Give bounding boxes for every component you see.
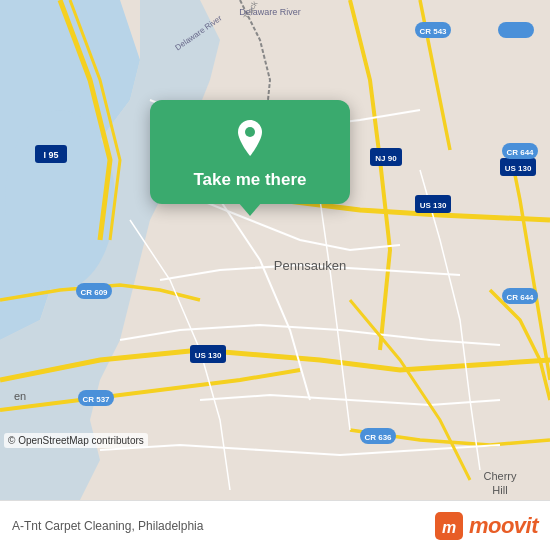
svg-text:Cherry: Cherry bbox=[483, 470, 517, 482]
svg-text:CR 537: CR 537 bbox=[82, 395, 110, 404]
svg-text:US 130: US 130 bbox=[195, 351, 222, 360]
svg-text:en: en bbox=[14, 390, 26, 402]
moovit-icon: m bbox=[435, 512, 463, 540]
location-pin-icon bbox=[228, 116, 272, 160]
svg-rect-16 bbox=[498, 22, 534, 38]
svg-text:CR 543: CR 543 bbox=[419, 27, 447, 36]
svg-text:NJ 90: NJ 90 bbox=[375, 154, 397, 163]
svg-text:CR 636: CR 636 bbox=[364, 433, 392, 442]
map-container: I 95 US 130 US 130 NJ 90 US 130 CR 543 C… bbox=[0, 0, 550, 500]
svg-text:CR 644: CR 644 bbox=[506, 293, 534, 302]
svg-text:Hill: Hill bbox=[492, 484, 507, 496]
location-label: A-Tnt Carpet Cleaning, Philadelphia bbox=[12, 519, 203, 533]
svg-point-3 bbox=[5, 110, 115, 290]
bottom-bar: A-Tnt Carpet Cleaning, Philadelphia m mo… bbox=[0, 500, 550, 550]
svg-text:Pennsauken: Pennsauken bbox=[274, 258, 346, 273]
svg-text:CR 609: CR 609 bbox=[80, 288, 108, 297]
svg-point-35 bbox=[245, 127, 255, 137]
take-me-there-label: Take me there bbox=[193, 170, 306, 190]
svg-text:US 130: US 130 bbox=[505, 164, 532, 173]
navigate-card[interactable]: Take me there bbox=[150, 100, 350, 204]
svg-text:US 130: US 130 bbox=[420, 201, 447, 210]
svg-text:I 95: I 95 bbox=[43, 150, 58, 160]
moovit-brand-text: moovit bbox=[469, 513, 538, 539]
svg-text:m: m bbox=[442, 519, 456, 536]
moovit-logo: m moovit bbox=[435, 512, 538, 540]
osm-attribution: © OpenStreetMap contributors bbox=[4, 433, 148, 448]
svg-text:CR 644: CR 644 bbox=[506, 148, 534, 157]
